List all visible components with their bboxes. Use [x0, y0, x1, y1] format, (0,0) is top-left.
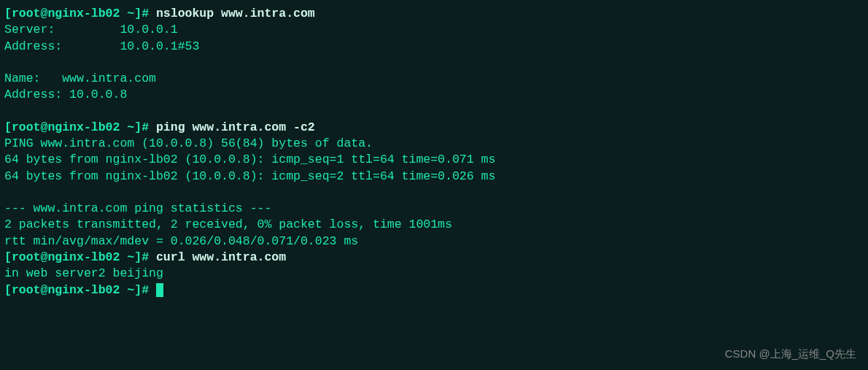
watermark-text: CSDN @上海_运维_Q先生: [725, 347, 856, 361]
prompt: [root@nginx-lb02 ~]#: [4, 120, 156, 134]
cursor-icon: [156, 283, 163, 297]
prompt: [root@nginx-lb02 ~]#: [4, 7, 156, 20]
curl-output: in web server2 beijing: [4, 266, 163, 280]
nslookup-server: Server: 10.0.0.1: [4, 23, 178, 36]
ping-stats-header: --- www.intra.com ping statistics ---: [4, 201, 271, 215]
nslookup-name: Name: www.intra.com: [4, 72, 156, 85]
terminal-output[interactable]: [root@nginx-lb02 ~]# nslookup www.intra.…: [4, 6, 864, 298]
command-ping: ping www.intra.com -c2: [156, 120, 315, 134]
ping-reply-1: 64 bytes from nginx-lb02 (10.0.0.8): icm…: [4, 153, 495, 166]
prompt-line-2: [root@nginx-lb02 ~]# ping www.intra.com …: [4, 120, 315, 134]
prompt-line-4: [root@nginx-lb02 ~]#: [4, 283, 163, 297]
ping-header: PING www.intra.com (10.0.0.8) 56(84) byt…: [4, 136, 373, 150]
command-curl: curl www.intra.com: [156, 250, 286, 264]
command-nslookup: nslookup www.intra.com: [156, 7, 315, 20]
prompt: [root@nginx-lb02 ~]#: [4, 283, 156, 297]
prompt-line-1: [root@nginx-lb02 ~]# nslookup www.intra.…: [4, 7, 315, 20]
prompt: [root@nginx-lb02 ~]#: [4, 250, 156, 264]
prompt-line-3: [root@nginx-lb02 ~]# curl www.intra.com: [4, 250, 286, 264]
ping-stats-2: rtt min/avg/max/mdev = 0.026/0.048/0.071…: [4, 234, 358, 248]
ping-stats-1: 2 packets transmitted, 2 received, 0% pa…: [4, 217, 452, 231]
nslookup-address: Address: 10.0.0.1#53: [4, 39, 199, 53]
ping-reply-2: 64 bytes from nginx-lb02 (10.0.0.8): icm…: [4, 169, 495, 183]
nslookup-addr: Address: 10.0.0.8: [4, 88, 127, 101]
